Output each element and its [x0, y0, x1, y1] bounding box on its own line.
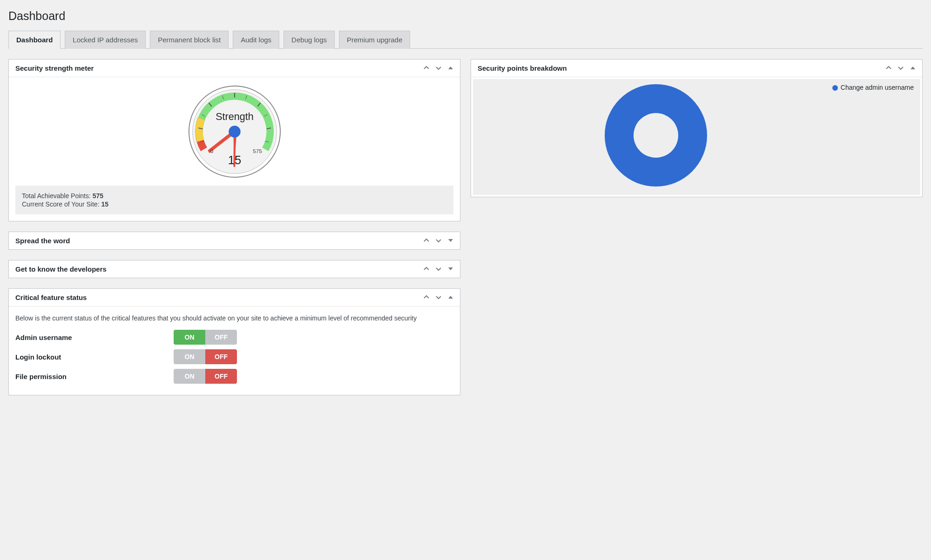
panel-strength-meter: Security strength meter [8, 59, 460, 221]
strength-gauge: Strength 0 575 15 [15, 84, 453, 181]
expand-icon[interactable] [448, 266, 453, 273]
collapse-icon[interactable] [910, 65, 916, 72]
gauge-value: 15 [228, 153, 241, 167]
panel-spread-word: Spread the word [8, 232, 460, 250]
chevron-up-icon[interactable] [424, 65, 429, 72]
toggle-off[interactable]: OFF [205, 330, 237, 345]
toggle-login-lockout[interactable]: ON OFF [174, 349, 237, 364]
chevron-up-icon[interactable] [886, 65, 891, 72]
legend-label: Change admin username [841, 84, 914, 91]
toggle-admin-username[interactable]: ON OFF [174, 330, 237, 345]
score-summary: Total Achievable Points: 575 Current Sco… [15, 186, 453, 214]
total-achievable-label: Total Achievable Points: [22, 192, 91, 200]
panel-critical-features: Critical feature status Below is the cur… [8, 288, 460, 395]
tab-premium[interactable]: Premium upgrade [339, 31, 410, 49]
toggle-on[interactable]: ON [174, 349, 205, 364]
gauge-label: Strength [216, 111, 254, 122]
chevron-down-icon[interactable] [436, 65, 441, 72]
panel-controls [886, 65, 916, 72]
feature-row-file-permission: File permission ON OFF [15, 369, 453, 384]
tab-permanent-block[interactable]: Permanent block list [150, 31, 229, 49]
page-title: Dashboard [8, 9, 923, 23]
panel-points-breakdown: Security points breakdown 100% [471, 59, 923, 197]
chevron-down-icon[interactable] [436, 238, 441, 244]
donut-legend: Change admin username [832, 82, 914, 190]
toggle-off[interactable]: OFF [205, 369, 237, 384]
toggle-on[interactable]: ON [174, 369, 205, 384]
panel-controls [424, 266, 453, 273]
panel-title-critical: Critical feature status [15, 293, 424, 301]
panel-title-spread: Spread the word [15, 237, 424, 245]
panel-developers: Get to know the developers [8, 260, 460, 278]
panel-controls [424, 65, 453, 72]
gauge-min: 0 [210, 148, 213, 154]
svg-point-18 [229, 126, 241, 138]
collapse-icon[interactable] [448, 294, 453, 301]
total-achievable-value: 575 [93, 192, 103, 200]
legend-color-dot [832, 85, 838, 91]
chevron-up-icon[interactable] [424, 294, 429, 301]
panel-controls [424, 238, 453, 244]
feature-row-login-lockout: Login lockout ON OFF [15, 349, 453, 364]
panel-controls [424, 294, 453, 301]
feature-row-admin-username: Admin username ON OFF [15, 330, 453, 345]
tab-debug-logs[interactable]: Debug logs [283, 31, 335, 49]
panel-title-developers: Get to know the developers [15, 265, 424, 273]
tab-dashboard[interactable]: Dashboard [8, 31, 61, 49]
feature-label: Admin username [15, 333, 174, 341]
tab-audit-logs[interactable]: Audit logs [233, 31, 279, 49]
toggle-file-permission[interactable]: ON OFF [174, 369, 237, 384]
toggle-off[interactable]: OFF [205, 349, 237, 364]
gauge-max: 575 [253, 148, 262, 154]
chevron-up-icon[interactable] [424, 238, 429, 244]
donut-chart-area: 100% Change admin username [473, 79, 920, 195]
chevron-down-icon[interactable] [436, 294, 441, 301]
tab-locked-ip[interactable]: Locked IP addresses [65, 31, 146, 49]
nav-tabs: Dashboard Locked IP addresses Permanent … [8, 30, 923, 49]
panel-title-strength: Security strength meter [15, 64, 424, 72]
feature-label: File permission [15, 373, 174, 380]
donut-center-label: 100% [648, 132, 664, 139]
feature-label: Login lockout [15, 353, 174, 361]
donut-chart: 100% [602, 82, 709, 189]
current-score-value: 15 [101, 200, 108, 208]
chevron-up-icon[interactable] [424, 266, 429, 273]
chevron-down-icon[interactable] [898, 65, 904, 72]
expand-icon[interactable] [448, 238, 453, 244]
panel-title-breakdown: Security points breakdown [478, 64, 886, 72]
chevron-down-icon[interactable] [436, 266, 441, 273]
critical-description: Below is the current status of the criti… [15, 313, 453, 323]
toggle-on[interactable]: ON [174, 330, 205, 345]
collapse-icon[interactable] [448, 65, 453, 72]
current-score-label: Current Score of Your Site: [22, 200, 100, 208]
